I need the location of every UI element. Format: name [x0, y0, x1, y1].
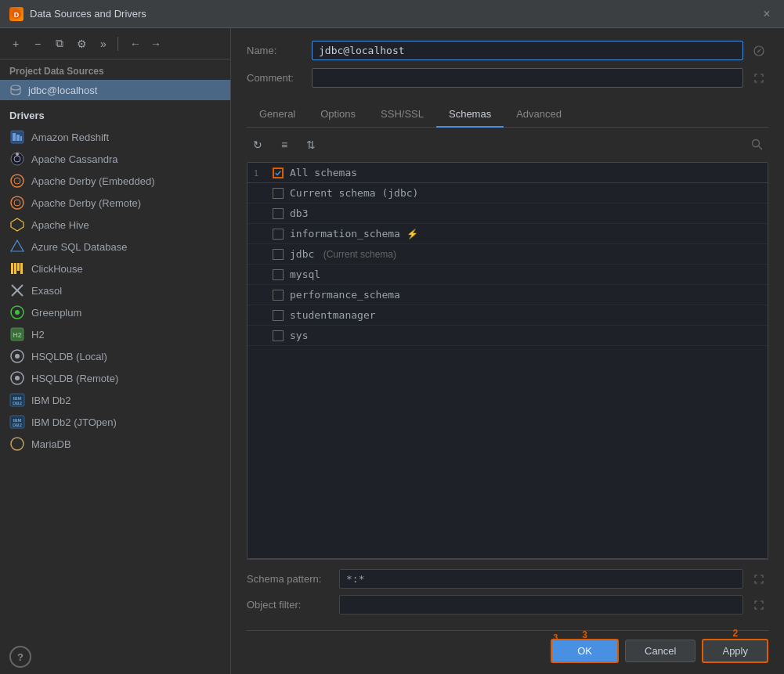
drivers-title: Drivers [0, 106, 230, 126]
svg-point-23 [15, 310, 20, 315]
svg-rect-4 [13, 133, 16, 141]
driver-apache-cassandra[interactable]: Apache Cassandra [0, 148, 230, 170]
schema-name-jdbc: jdbc [290, 248, 314, 260]
close-button[interactable]: × [759, 6, 775, 22]
filter1-button[interactable]: ≡ [273, 134, 295, 156]
schema-item-performance-schema[interactable]: performance_schema [247, 285, 768, 305]
mariadb-icon [9, 436, 25, 452]
lightning-icon: ⚡ [406, 229, 418, 240]
forward-button[interactable]: → [146, 34, 165, 53]
datasource-item-jdbc[interactable]: jdbc@localhost [0, 80, 230, 100]
driver-apache-hive[interactable]: Apache Hive [0, 214, 230, 236]
apache-derby-embedded-icon [9, 173, 25, 189]
ibm-db2-jtopen-icon: IBM DB2 [9, 414, 25, 430]
help-button[interactable]: ? [9, 646, 31, 668]
toolbar-separator [117, 37, 118, 51]
comment-expand-button[interactable] [750, 69, 768, 88]
hsqldb-local-icon [9, 348, 25, 364]
object-filter-label: Object filter: [247, 599, 333, 611]
driver-h2[interactable]: H2 H2 [0, 323, 230, 345]
driver-mariadb[interactable]: MariaDB [0, 433, 230, 455]
driver-hsqldb-local[interactable]: HSQLDB (Local) [0, 345, 230, 367]
driver-hsqldb-remote[interactable]: HSQLDB (Remote) [0, 367, 230, 389]
schema-current-tag: (Current schema) [320, 249, 396, 260]
tab-options[interactable]: Options [308, 102, 368, 128]
schema-item-db3[interactable]: db3 [247, 204, 768, 224]
driver-clickhouse[interactable]: ClickHouse [0, 258, 230, 279]
svg-text:D: D [14, 11, 20, 19]
remove-button[interactable]: − [28, 34, 47, 53]
comment-label: Comment: [247, 72, 305, 84]
schema-checkbox-all[interactable] [273, 168, 284, 178]
svg-rect-18 [17, 263, 20, 271]
schema-checkbox-performance-schema[interactable] [273, 290, 284, 301]
schema-item-all[interactable]: 1 All schemas [247, 163, 768, 183]
driver-amazon-redshift[interactable]: Amazon Redshift [0, 126, 230, 148]
more-button[interactable]: » [94, 34, 113, 53]
driver-name: Amazon Redshift [31, 132, 109, 143]
apache-derby-remote-icon [9, 195, 25, 211]
schema-pattern-input[interactable] [339, 569, 743, 589]
object-filter-input[interactable] [339, 595, 743, 615]
tab-advanced[interactable]: Advanced [504, 102, 574, 128]
driver-exasol[interactable]: Exasol [0, 279, 230, 301]
settings-button[interactable]: ⚙ [72, 34, 91, 53]
schema-item-sys[interactable]: sys [247, 326, 768, 346]
name-expand-button[interactable] [750, 41, 768, 60]
svg-text:DB2: DB2 [13, 423, 23, 427]
h2-icon: H2 [9, 326, 25, 342]
apply-label: Apply [722, 645, 748, 657]
comment-input[interactable] [312, 68, 743, 88]
cancel-button[interactable]: Cancel [625, 640, 695, 662]
schema-pattern-expand[interactable] [750, 570, 768, 589]
schema-checkbox-jdbc[interactable] [273, 249, 284, 260]
right-main: Name: Comment: General [247, 41, 768, 674]
tab-schemas[interactable]: Schemas [436, 102, 504, 128]
schema-checkbox-sys[interactable] [273, 330, 284, 341]
hsqldb-remote-icon [9, 370, 25, 386]
copy-button[interactable]: ⧉ [50, 34, 69, 53]
tab-general[interactable]: General [247, 102, 308, 128]
driver-azure-sql[interactable]: Azure SQL Database [0, 236, 230, 258]
svg-rect-16 [11, 263, 13, 274]
driver-name: IBM Db2 [31, 395, 71, 406]
driver-greenplum[interactable]: Greenplum [0, 301, 230, 323]
refresh-schemas-button[interactable]: ↻ [247, 134, 269, 156]
schema-checkbox-studentmanager[interactable] [273, 310, 284, 321]
schema-item-mysql[interactable]: mysql [247, 265, 768, 285]
schema-pattern-row: Schema pattern: [247, 569, 768, 589]
object-filter-expand[interactable] [750, 596, 768, 615]
schema-checkbox-current[interactable] [273, 188, 284, 199]
schema-checkbox-mysql[interactable] [273, 269, 284, 280]
search-schemas-button[interactable] [746, 134, 768, 156]
schema-checkbox-db3[interactable] [273, 208, 284, 219]
schema-item-studentmanager[interactable]: studentmanager [247, 305, 768, 326]
apply-button[interactable]: Apply [702, 639, 768, 663]
svg-point-29 [15, 376, 20, 380]
right-panel: Name: Comment: General [231, 28, 784, 674]
tab-ssh-ssl[interactable]: SSH/SSL [368, 102, 436, 128]
driver-apache-derby-embedded[interactable]: Apache Derby (Embedded) [0, 170, 230, 192]
name-row: Name: [247, 41, 768, 60]
svg-text:H2: H2 [13, 331, 22, 339]
apache-cassandra-icon [9, 151, 25, 167]
driver-ibm-db2[interactable]: IBM DB2 IBM Db2 [0, 389, 230, 411]
left-panel: + − ⧉ ⚙ » ← → Project Data Sources [0, 28, 231, 674]
back-button[interactable]: ← [126, 34, 145, 53]
driver-ibm-db2-jtopen[interactable]: IBM DB2 IBM Db2 (JTOpen) [0, 411, 230, 433]
schema-item-jdbc[interactable]: jdbc (Current schema) [247, 244, 768, 265]
ok-badge: 3 [549, 633, 562, 642]
svg-point-36 [11, 438, 23, 450]
schema-item-current[interactable]: Current schema (jdbc) [247, 183, 768, 204]
filter2-button[interactable]: ⇅ [300, 134, 322, 156]
ok-button[interactable]: 3 OK 3 [551, 639, 619, 663]
driver-apache-derby-remote[interactable]: Apache Derby (Remote) [0, 192, 230, 214]
schema-checkbox-information-schema[interactable] [273, 229, 284, 240]
schema-item-information-schema[interactable]: information_schema ⚡ [247, 224, 768, 244]
greenplum-icon [9, 305, 25, 320]
name-input[interactable] [312, 41, 743, 60]
add-button[interactable]: + [6, 34, 25, 53]
schema-name-studentmanager: studentmanager [290, 309, 376, 321]
svg-rect-6 [20, 136, 22, 141]
name-label: Name: [247, 45, 305, 56]
